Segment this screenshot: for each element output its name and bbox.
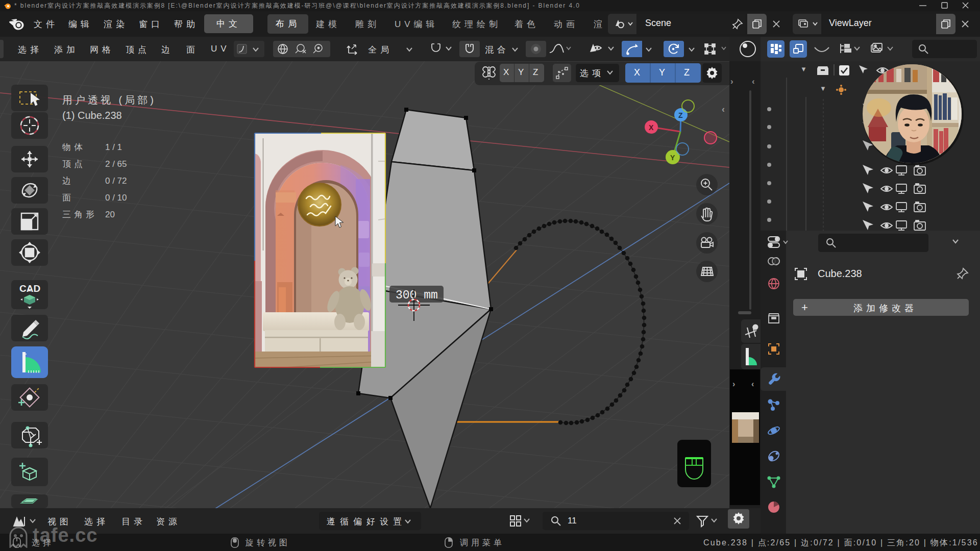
svg-text:Z: Z: [678, 111, 683, 119]
svg-text:Y: Y: [670, 154, 675, 162]
svg-text:CAD: CAD: [19, 283, 40, 294]
svg-text:X: X: [649, 123, 654, 132]
